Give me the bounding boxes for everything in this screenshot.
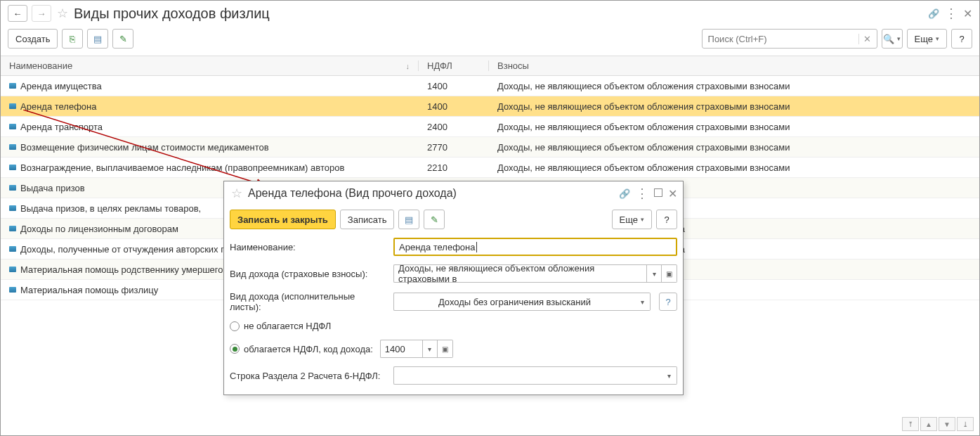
column-header-vznos[interactable]: Взносы bbox=[489, 60, 979, 71]
open-button[interactable]: ▣ bbox=[438, 340, 453, 358]
table-row[interactable]: Аренда телефона1400Доходы, не являющиеся… bbox=[1, 96, 979, 117]
edit-button[interactable]: ✎ bbox=[424, 210, 445, 229]
help-button[interactable]: ? bbox=[951, 29, 972, 49]
radio-no-ndfl-label: не облагается НДФЛ bbox=[244, 321, 331, 331]
more-button[interactable]: Еще▾ bbox=[612, 210, 652, 229]
link-icon[interactable]: 🔗 bbox=[619, 188, 630, 199]
row-icon bbox=[9, 267, 16, 272]
page-title: Виды прочих доходов физлиц bbox=[74, 6, 270, 22]
row-icon bbox=[9, 205, 16, 211]
table-row[interactable]: Возмещение физическим лицам стоимости ме… bbox=[1, 137, 979, 158]
maximize-icon[interactable] bbox=[654, 188, 662, 199]
pencil-icon: ✎ bbox=[119, 34, 127, 44]
nav-up-button[interactable]: ▲ bbox=[920, 417, 937, 431]
section6-label: Строка Раздела 2 Расчета 6-НДФЛ: bbox=[230, 371, 388, 381]
nav-forward-button[interactable]: → bbox=[32, 5, 51, 22]
table-row[interactable]: Аренда транспорта2400Доходы, не являющие… bbox=[1, 117, 979, 137]
list-button[interactable]: ▤ bbox=[398, 210, 419, 229]
radio-ndfl-label: облагается НДФЛ, код дохода: bbox=[244, 344, 373, 354]
chevron-down-icon: ▾ bbox=[936, 35, 939, 42]
chevron-down-icon: ▾ bbox=[897, 35, 901, 42]
column-header-ndfl[interactable]: НДФЛ bbox=[419, 60, 489, 71]
nav-back-button[interactable]: ← bbox=[8, 5, 27, 22]
dialog-title: Аренда телефона (Вид прочего дохода) bbox=[248, 187, 457, 200]
search-button[interactable]: 🔍▾ bbox=[882, 29, 903, 49]
copy-button[interactable]: ⎘ bbox=[62, 29, 83, 49]
list-button[interactable]: ▤ bbox=[87, 29, 108, 49]
nav-down-button[interactable]: ▼ bbox=[939, 417, 955, 431]
nav-footer: ⤒ ▲ ▼ ⤓ bbox=[902, 417, 974, 431]
favorite-star-icon[interactable]: ☆ bbox=[55, 6, 70, 20]
close-icon[interactable]: ✕ bbox=[963, 7, 972, 20]
section6-select[interactable] bbox=[393, 366, 662, 385]
name-input[interactable]: Аренда телефона bbox=[393, 238, 677, 256]
close-icon[interactable]: ✕ bbox=[668, 187, 677, 200]
table-row[interactable]: Вознаграждение, выплачиваемое наследника… bbox=[1, 158, 979, 178]
name-label: Наименование: bbox=[230, 242, 388, 252]
nav-first-button[interactable]: ⤒ bbox=[902, 417, 919, 431]
row-icon bbox=[9, 124, 16, 129]
isp-type-label: Вид дохода (исполнительные листы): bbox=[230, 291, 388, 312]
isp-type-select[interactable]: Доходы без ограничения взысканий bbox=[393, 293, 635, 311]
more-button[interactable]: Еще▾ bbox=[907, 29, 947, 49]
row-icon bbox=[9, 144, 16, 150]
edit-dialog: ☆ Аренда телефона (Вид прочего дохода) 🔗… bbox=[223, 181, 684, 395]
row-icon bbox=[9, 185, 16, 191]
row-icon bbox=[9, 103, 16, 109]
open-button[interactable]: ▣ bbox=[662, 264, 677, 283]
save-button[interactable]: Записать bbox=[340, 210, 395, 229]
ndfl-code-input[interactable]: 1400 bbox=[380, 340, 422, 358]
row-icon bbox=[9, 287, 16, 293]
table-row[interactable]: Аренда имущества1400Доходы, не являющиес… bbox=[1, 76, 979, 96]
copy-icon: ⎘ bbox=[70, 34, 75, 44]
dropdown-button[interactable]: ▾ bbox=[646, 264, 662, 283]
text-cursor bbox=[476, 242, 477, 252]
column-header-name[interactable]: Наименование↓ bbox=[1, 60, 419, 71]
dropdown-button[interactable]: ▾ bbox=[662, 366, 677, 385]
field-help-button[interactable]: ? bbox=[659, 293, 677, 311]
magnifier-icon: 🔍 bbox=[883, 34, 894, 44]
row-icon bbox=[9, 83, 16, 89]
row-icon bbox=[9, 226, 16, 231]
vznos-type-select[interactable]: Доходы, не являющиеся объектом обложения… bbox=[393, 264, 646, 283]
help-button[interactable]: ? bbox=[656, 210, 677, 229]
row-icon bbox=[9, 165, 16, 170]
edit-button[interactable]: ✎ bbox=[112, 29, 133, 49]
search-input-wrapper[interactable]: ✕ bbox=[702, 29, 877, 49]
dropdown-button[interactable]: ▾ bbox=[635, 293, 651, 311]
dropdown-button[interactable]: ▾ bbox=[422, 340, 438, 358]
list-icon: ▤ bbox=[93, 34, 102, 44]
link-icon[interactable]: 🔗 bbox=[928, 8, 939, 19]
search-clear-icon[interactable]: ✕ bbox=[858, 34, 871, 44]
chevron-down-icon: ▾ bbox=[641, 216, 644, 223]
save-and-close-button[interactable]: Записать и закрыть bbox=[230, 210, 336, 229]
kebab-menu-icon[interactable]: ⋮ bbox=[945, 6, 958, 21]
list-icon: ▤ bbox=[405, 214, 413, 225]
pencil-icon: ✎ bbox=[431, 214, 438, 225]
create-button[interactable]: Создать bbox=[8, 29, 58, 49]
sort-down-icon: ↓ bbox=[406, 62, 410, 70]
radio-no-ndfl[interactable] bbox=[230, 321, 240, 331]
radio-ndfl[interactable] bbox=[230, 344, 240, 354]
row-icon bbox=[9, 246, 16, 252]
nav-last-button[interactable]: ⤓ bbox=[957, 417, 974, 431]
kebab-menu-icon[interactable]: ⋮ bbox=[636, 186, 648, 201]
search-input[interactable] bbox=[708, 34, 858, 44]
favorite-star-icon[interactable]: ☆ bbox=[230, 186, 244, 200]
vznos-type-label: Вид дохода (страховые взносы): bbox=[230, 269, 388, 279]
